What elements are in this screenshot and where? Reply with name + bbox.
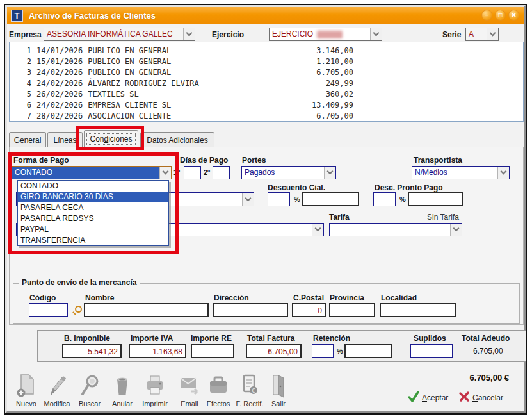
trash-icon <box>105 371 140 398</box>
dropdown-option[interactable]: PASARELA REDSYS <box>18 213 168 224</box>
descuento-cial-pct-input[interactable] <box>268 192 290 206</box>
forma-de-pago-dropdown[interactable]: CONTADO GIRO BANCARIO 30 DÍAS PASARELA C… <box>17 180 169 246</box>
retencion-label: Retención <box>313 334 350 343</box>
tab-condiciones[interactable]: Condiciones <box>84 130 138 147</box>
pen-icon <box>40 371 74 398</box>
invoice-row[interactable]: 215/01/2026PUBLICO EN GENERAL1.210,00 <box>10 56 523 67</box>
dias-de-pago-label: Días de Pago <box>180 156 228 165</box>
toolbar-button-imprimir[interactable]: Imprimir <box>138 371 172 407</box>
sin-tarifa-label: Sin Tarifa <box>427 213 459 222</box>
dia2-label: 2º <box>204 168 210 176</box>
toolbar-button-anular[interactable]: Anular <box>105 371 140 407</box>
cpostal-input[interactable]: 0 <box>292 303 326 317</box>
invoice-list[interactable]: 114/01/2026PUBLICO EN GENERAL3.146,00 21… <box>9 42 524 122</box>
chevron-down-icon[interactable] <box>312 224 323 236</box>
tarifa-select[interactable] <box>329 223 462 236</box>
chevron-down-icon[interactable] <box>370 28 382 40</box>
dropdown-option[interactable]: CONTADO <box>18 181 168 192</box>
portes-select[interactable]: Pagados <box>241 166 336 179</box>
chevron-down-icon[interactable] <box>497 167 509 179</box>
shipping-legend: Punto de envío de la mercancía <box>19 278 140 287</box>
empresa-label: Empresa <box>9 30 42 39</box>
descuento-cial-input[interactable] <box>302 192 359 206</box>
toolbar-button-nuevo[interactable]: Nuevo <box>9 371 44 407</box>
nombre-input[interactable] <box>84 303 209 317</box>
chevron-down-icon[interactable] <box>183 28 195 40</box>
cpostal-label: C.Postal <box>293 293 324 302</box>
tarifa-label: Tarifa <box>329 213 350 222</box>
total-factura-value: 6.705,00 <box>246 344 302 358</box>
portes-value: Pagados <box>242 167 324 179</box>
screenshot-root: T Archivo de Facturas de Clientes – □ ✕ … <box>0 0 532 419</box>
search-icon[interactable] <box>75 306 82 313</box>
codigo-input[interactable] <box>29 303 68 317</box>
redacted-year <box>317 31 343 38</box>
invoice-row[interactable]: 114/01/2026PUBLICO EN GENERAL3.146,00 <box>10 45 523 56</box>
window-title: Archivo de Facturas de Clientes <box>29 11 156 21</box>
ejercicio-select[interactable]: EJERCICIO <box>269 28 382 41</box>
chevron-down-icon[interactable] <box>159 167 171 179</box>
tab-lineas[interactable]: Líneas <box>47 132 83 147</box>
briefcase-icon <box>201 371 236 398</box>
empresa-select[interactable]: ASESORIA INFORMÁTICA GALLEC <box>44 28 195 41</box>
desc-pronto-input[interactable] <box>408 192 463 206</box>
svg-text:€: € <box>252 388 255 394</box>
dropdown-option[interactable]: TRANSFERENCIA <box>18 235 168 246</box>
forma-de-pago-select[interactable]: CONTADO <box>12 166 172 179</box>
percent-sign: % <box>399 195 406 203</box>
transportista-select[interactable]: N/Medios <box>412 166 510 179</box>
retencion-input[interactable] <box>344 344 392 358</box>
cancelar-button[interactable]: Cancelar <box>458 391 503 404</box>
retencion-pct-input[interactable] <box>312 344 334 358</box>
dia2-input[interactable] <box>213 166 230 179</box>
ejercicio-value: EJERCICIO <box>270 28 370 40</box>
aceptar-button[interactable]: Aceptar <box>408 391 448 404</box>
serie-select[interactable]: A <box>465 28 499 41</box>
provincia-label: Provincia <box>330 293 364 302</box>
ejercicio-label: Ejercicio <box>212 30 244 39</box>
close-icon[interactable]: ✕ <box>508 10 519 21</box>
provincia-input[interactable] <box>329 303 375 317</box>
maximize-icon[interactable]: □ <box>495 10 506 21</box>
invoice-row[interactable]: 324/02/2026PUBLICO EN GENERAL6.705,00 <box>10 67 523 78</box>
chevron-down-icon[interactable] <box>450 224 462 236</box>
transportista-label: Transportista <box>414 156 462 165</box>
tab-general[interactable]: General <box>9 132 46 147</box>
toolbar-button-efectos[interactable]: Efectos <box>201 371 236 407</box>
dia1-label: 1º <box>173 168 180 176</box>
direccion-input[interactable] <box>213 303 288 317</box>
percent-sign: % <box>337 347 343 355</box>
importe-iva-label: Importe IVA <box>131 334 173 343</box>
toolbar-button-modifica[interactable]: Modifica <box>40 371 74 407</box>
tab-datos-adicionales[interactable]: Datos Adicionales <box>140 132 214 147</box>
chevron-down-icon[interactable] <box>242 193 254 206</box>
chevron-down-icon[interactable] <box>324 167 335 179</box>
x-icon <box>458 391 470 404</box>
dropdown-option-selected[interactable]: GIRO BANCARIO 30 DÍAS <box>18 192 168 202</box>
dia1-input[interactable] <box>184 166 201 179</box>
total-adeudo-label: Total Adeudo <box>462 334 510 343</box>
toolbar-button-salir[interactable]: Salir <box>261 371 296 407</box>
title-bar: T Archivo de Facturas de Clientes – □ ✕ <box>7 7 524 24</box>
empresa-value: ASESORIA INFORMÁTICA GALLEC <box>44 28 183 40</box>
codigo-label: Código <box>29 293 56 302</box>
importe-iva-value: 1.163,68 <box>129 344 186 358</box>
importe-re-value <box>191 344 234 358</box>
invoice-row[interactable]: 424/02/2026ÁLVAREZ RODRIGUEZ ELVIRA249,9… <box>10 78 523 89</box>
minimize-icon[interactable]: – <box>481 10 492 21</box>
printer-icon <box>138 371 172 398</box>
invoice-row[interactable]: 526/02/2026TEXTILES SL360,02 <box>10 89 523 100</box>
forma-de-pago-value: CONTADO <box>12 167 159 179</box>
suplidos-input[interactable] <box>410 344 453 358</box>
nombre-label: Nombre <box>85 293 114 302</box>
desc-pronto-pct-input[interactable] <box>373 192 396 206</box>
dropdown-option[interactable]: PASARELA CECA <box>18 202 168 213</box>
invoice-row[interactable]: 624/02/2026EMPRESA CLIENTE SL13.409,99 <box>10 100 523 111</box>
toolbar-button-buscar[interactable]: Buscar <box>72 371 107 407</box>
importe-re-label: Importe RE <box>191 334 232 343</box>
invoice-row[interactable]: 728/02/2026ASOCIACION CLIENTE6.705,00 <box>10 111 523 122</box>
check-icon <box>408 391 419 404</box>
localidad-input[interactable] <box>380 303 456 317</box>
dropdown-option[interactable]: PAYPAL <box>18 224 168 235</box>
chevron-down-icon[interactable] <box>487 28 498 40</box>
